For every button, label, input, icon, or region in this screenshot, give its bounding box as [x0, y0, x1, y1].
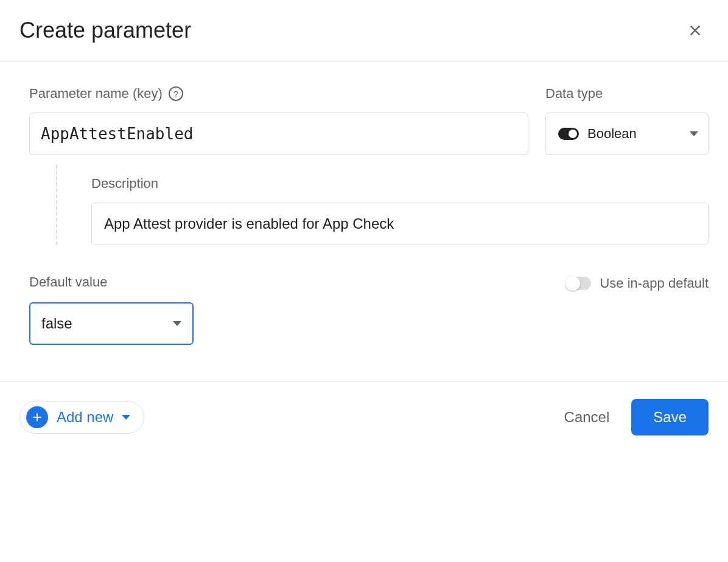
- chevron-down-icon: [173, 321, 181, 326]
- data-type-label: Data type: [545, 86, 603, 102]
- chevron-down-icon: [122, 415, 130, 420]
- description-label: Description: [91, 176, 709, 192]
- field-data-type: Data type Boolean: [545, 86, 709, 155]
- save-button[interactable]: Save: [631, 399, 709, 435]
- help-icon[interactable]: ?: [169, 86, 183, 101]
- field-default-value: Default value false: [29, 274, 194, 345]
- row-default-value: Default value false Use in-app default: [29, 274, 709, 345]
- cancel-button[interactable]: Cancel: [564, 409, 610, 426]
- dialog-body: Parameter name (key) ? Data type Boolean: [0, 61, 728, 381]
- description-section: Description: [29, 165, 709, 245]
- in-app-default-toggle: Use in-app default: [567, 276, 709, 291]
- in-app-default-switch[interactable]: [567, 277, 591, 290]
- parameter-name-label: Parameter name (key): [29, 86, 163, 102]
- field-description: Description: [91, 165, 709, 245]
- default-value-label: Default value: [29, 274, 194, 290]
- boolean-toggle-icon: [558, 128, 579, 140]
- data-type-select[interactable]: Boolean: [545, 113, 709, 155]
- create-parameter-dialog: Create parameter Parameter name (key) ? …: [0, 0, 728, 453]
- row-name-type: Parameter name (key) ? Data type Boolean: [29, 86, 709, 155]
- in-app-default-label: Use in-app default: [600, 276, 709, 291]
- data-type-value: Boolean: [587, 126, 681, 142]
- plus-icon: [26, 406, 48, 428]
- dialog-footer: Add new Cancel Save: [0, 381, 728, 453]
- tree-connector: [56, 165, 85, 245]
- parameter-name-input[interactable]: [29, 113, 528, 155]
- dialog-header: Create parameter: [0, 0, 728, 61]
- close-button[interactable]: [682, 17, 709, 44]
- field-parameter-name: Parameter name (key) ?: [29, 86, 528, 155]
- chevron-down-icon: [690, 131, 698, 136]
- add-new-label: Add new: [57, 409, 113, 426]
- description-input[interactable]: [91, 203, 709, 245]
- dialog-title: Create parameter: [19, 18, 191, 43]
- add-new-button[interactable]: Add new: [19, 401, 144, 434]
- default-value-select[interactable]: false: [29, 302, 194, 345]
- close-icon: [687, 22, 704, 39]
- default-value-text: false: [41, 315, 173, 332]
